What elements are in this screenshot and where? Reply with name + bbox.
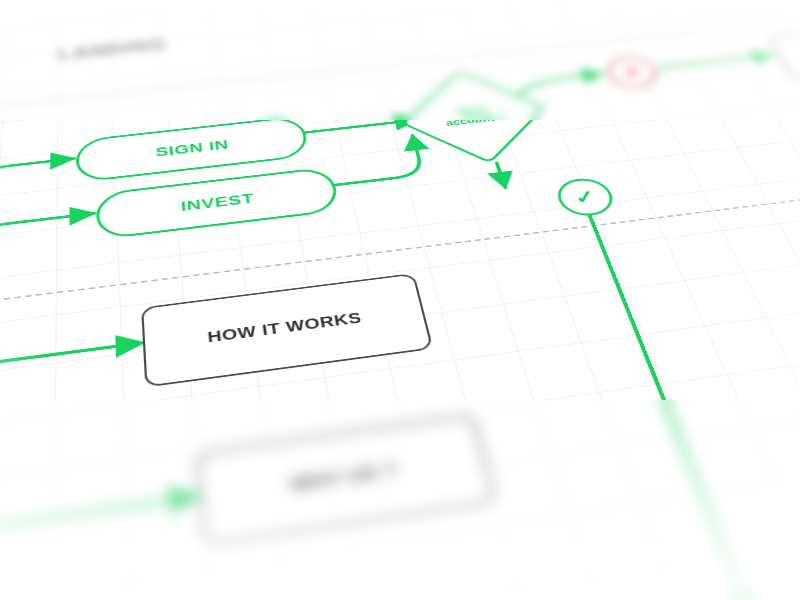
node-label: SIGN IN: [155, 137, 229, 159]
x-icon: ✕: [619, 63, 645, 81]
node-label: INVEST: [180, 190, 255, 214]
node-label: WHY US ?: [289, 460, 400, 496]
node-label: HOW IT WORKS: [207, 310, 363, 347]
check-icon: ✓: [571, 186, 600, 209]
flowchart-canvas: LANDING STEP 2 · REGISTRATION: [0, 0, 800, 600]
